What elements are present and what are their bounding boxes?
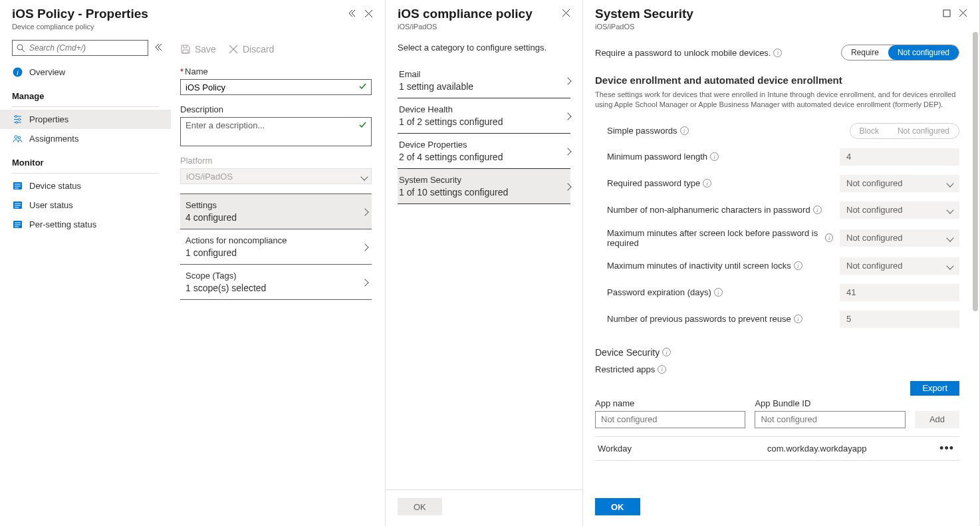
nav-overview[interactable]: i Overview (0, 63, 171, 82)
chevron-right-icon (565, 182, 570, 192)
name-input[interactable] (180, 79, 372, 95)
row-settings[interactable]: Settings 4 configured (180, 194, 372, 229)
info-icon: i (12, 67, 23, 77)
bundle-id-input[interactable] (755, 411, 905, 428)
platform-label: Platform (180, 156, 372, 166)
category-system-security-name: System Security (399, 175, 508, 185)
chevron-right-icon (362, 277, 368, 287)
info-icon[interactable]: i (703, 179, 711, 188)
toggle-require[interactable]: Require (842, 45, 888, 60)
toggle-not-configured[interactable]: Not configured (888, 45, 959, 60)
info-icon[interactable]: i (773, 49, 782, 57)
prev-reuse-input[interactable] (840, 311, 959, 328)
category-email-name: Email (399, 69, 473, 79)
chevron-down-icon (947, 261, 953, 271)
add-button[interactable]: Add (915, 411, 959, 428)
list-icon (12, 219, 23, 229)
require-password-label: Require a password to unlock mobile devi… (595, 48, 834, 58)
toggle-not-configured: Not configured (888, 124, 959, 138)
discard-button[interactable]: Discard (228, 44, 274, 55)
pw-expiration-input[interactable] (840, 284, 959, 301)
info-icon[interactable]: i (710, 152, 719, 161)
max-after-lock-select[interactable]: Not configured (840, 229, 959, 247)
maximize-icon[interactable] (943, 9, 951, 17)
chevron-right-icon (362, 242, 368, 252)
category-device-properties[interactable]: Device Properties 2 of 4 settings config… (398, 134, 570, 169)
chevron-right-icon (565, 76, 570, 86)
max-inactivity-select[interactable]: Not configured (840, 257, 959, 275)
check-icon (358, 82, 367, 92)
nav-assignments[interactable]: Assignments (0, 129, 171, 148)
chevron-down-icon (947, 233, 953, 243)
nav-device-status-label: Device status (29, 181, 81, 191)
row-settings-title: Settings (185, 200, 237, 210)
more-icon[interactable]: ••• (937, 446, 957, 450)
required-type-select[interactable]: Not configured (840, 175, 959, 192)
collapse-sidebar-icon[interactable] (154, 43, 163, 54)
close-icon[interactable] (959, 9, 967, 17)
panel2-subtitle: iOS/iPadOS (398, 23, 533, 31)
info-icon[interactable]: i (825, 233, 833, 242)
export-button[interactable]: Export (910, 381, 959, 396)
prev-reuse-label: Number of previous passwords to prevent … (607, 314, 833, 324)
svg-point-0 (17, 45, 23, 50)
category-device-health-sub: 1 of 2 settings configured (399, 116, 503, 127)
chevron-down-icon (947, 205, 953, 215)
close-icon[interactable] (562, 9, 570, 17)
nav-device-status[interactable]: Device status (0, 176, 171, 196)
chevron-down-icon (362, 172, 367, 182)
name-label: *Name (180, 66, 372, 76)
nav-per-setting-status-label: Per-setting status (29, 219, 96, 229)
app-name-input[interactable] (595, 411, 745, 428)
row-scope-sub: 1 scope(s) selected (185, 283, 266, 293)
row-actions-sub: 1 configured (185, 247, 287, 258)
category-system-security[interactable]: System Security 1 of 10 settings configu… (398, 169, 570, 204)
panel1-title: iOS Policy - Properties (12, 7, 148, 21)
max-after-lock-label: Maximum minutes after screen lock before… (607, 228, 833, 248)
ok-button[interactable]: OK (398, 498, 442, 515)
scrollbar[interactable] (973, 32, 978, 499)
save-button[interactable]: Save (180, 44, 216, 55)
svg-rect-11 (943, 10, 950, 17)
info-icon[interactable]: i (794, 315, 802, 323)
collapse-icon[interactable] (347, 9, 356, 18)
row-scope[interactable]: Scope (Tags) 1 scope(s) selected (180, 265, 372, 300)
svg-point-3 (15, 116, 17, 118)
category-device-health[interactable]: Device Health 1 of 2 settings configured (398, 98, 570, 134)
list-icon (12, 181, 23, 191)
info-icon[interactable]: i (662, 348, 671, 356)
nav-section-monitor: Monitor (0, 148, 171, 172)
info-icon[interactable]: i (813, 205, 822, 214)
chevron-right-icon (565, 146, 570, 156)
non-alpha-select[interactable]: Not configured (840, 201, 959, 219)
check-icon (358, 120, 367, 131)
max-inactivity-value: Not configured (846, 261, 903, 271)
nav-per-setting-status[interactable]: Per-setting status (0, 215, 171, 234)
svg-point-5 (15, 122, 17, 124)
panel3-title: System Security (595, 7, 693, 21)
description-input[interactable]: Enter a description... (180, 117, 372, 146)
search-input[interactable] (12, 40, 148, 56)
close-icon[interactable] (364, 9, 373, 18)
info-icon[interactable]: i (794, 261, 802, 270)
info-icon[interactable]: i (714, 288, 723, 297)
nav-assignments-label: Assignments (29, 134, 78, 144)
category-email[interactable]: Email 1 setting available (398, 63, 570, 98)
description-placeholder: Enter a description... (185, 120, 265, 130)
row-actions[interactable]: Actions for noncompliance 1 configured (180, 229, 372, 265)
min-length-input[interactable] (840, 148, 959, 166)
ok-button[interactable]: OK (595, 498, 640, 515)
svg-point-7 (18, 136, 21, 139)
info-icon[interactable]: i (658, 365, 666, 374)
nav-properties[interactable]: Properties (0, 110, 171, 129)
require-password-toggle[interactable]: Require Not configured (841, 45, 959, 61)
simple-passwords-label: Simple passwordsi (607, 126, 843, 136)
enrollment-description: These settings work for devices that wer… (595, 90, 959, 110)
info-icon[interactable]: i (680, 126, 689, 135)
discard-icon (228, 44, 239, 55)
app-row-bundle: com.workday.workdayapp (767, 444, 937, 454)
nav-user-status[interactable]: User status (0, 196, 171, 215)
platform-value: iOS/iPadOS (186, 172, 233, 182)
app-name-header: App name (595, 398, 745, 408)
category-email-sub: 1 setting available (399, 81, 473, 92)
